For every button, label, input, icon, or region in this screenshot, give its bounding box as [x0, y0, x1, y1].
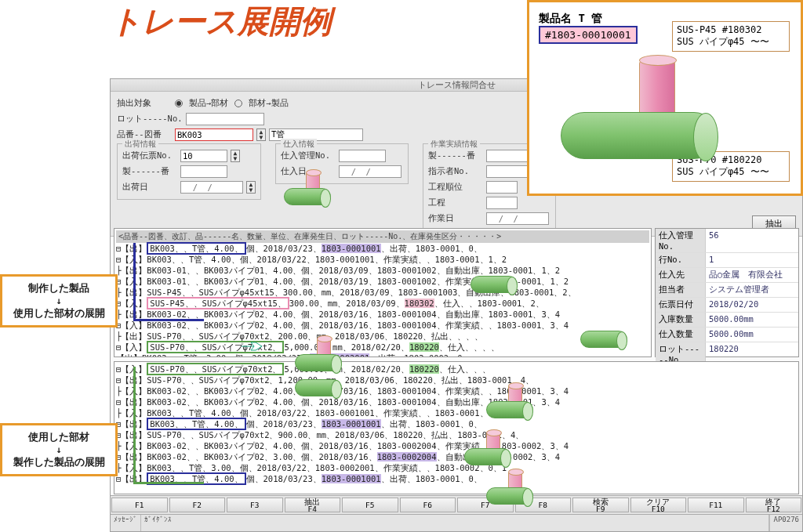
- label-shiire-kanri: 仕入管理No.: [281, 150, 336, 161]
- callout-text: 制作した製品: [10, 281, 107, 295]
- tree-row[interactable]: 【出】BK003、、T管、3.00、個、2018/03/23、1803-0002…: [116, 353, 649, 357]
- label-shiji: 指示者No.: [428, 166, 483, 177]
- tree-row[interactable]: ⊟【出】BK003、、T管、4.00、個、2018/03/23、1803-000…: [116, 418, 797, 429]
- status-guidance-label: ｶﾞｲﾀﾞﾝｽ: [141, 515, 769, 531]
- t-pipe-icon: [486, 384, 541, 423]
- window-title: トレース情報問合せ: [418, 80, 496, 90]
- info-val: システム管理者: [706, 283, 798, 297]
- input-hinban[interactable]: [175, 128, 253, 141]
- t-pipe-3d-icon: [561, 49, 718, 175]
- radio-product-to-material[interactable]: [175, 100, 183, 107]
- input-seiban2[interactable]: [486, 150, 533, 162]
- tree-row[interactable]: ⊟【出】BK003-02、、BK003パイプ02、4.00、個、2018/03/…: [116, 396, 797, 407]
- label-extract-target: 抽出対象: [117, 98, 172, 109]
- pipe-icon: [580, 313, 635, 353]
- f5-button[interactable]: F5: [342, 498, 398, 512]
- page-title: トレース展開例: [110, 0, 332, 43]
- callout-text: 使用した部材: [10, 430, 107, 444]
- f10-clear-button[interactable]: クリアF10: [630, 498, 687, 512]
- product-lot-label: #1803-00010001: [539, 26, 638, 44]
- info-key: 仕入数量: [656, 328, 706, 342]
- label-seiban2: 製------番: [428, 150, 483, 161]
- detail-info-panel: 仕入管理No.56 行No.1 仕入先品○金属 有限会社 担当者システム管理者 …: [655, 228, 799, 357]
- label-seiban: 製------番: [122, 166, 177, 177]
- radio-label: 部材→製品: [249, 98, 288, 109]
- pipe-icon: [295, 362, 350, 401]
- input-shukka-date[interactable]: [180, 181, 243, 194]
- callout-line: SUS パイプφ45 〜〜: [677, 35, 785, 49]
- callout-sus-p45: SUS-P45 #180302 SUS パイプφ45 〜〜: [672, 21, 790, 52]
- tree-row[interactable]: ⊟【出】BK003、、T管、4.00、個、2018/03/23、1803-000…: [116, 473, 797, 484]
- input-shiire-date[interactable]: [339, 165, 402, 178]
- info-val: 2018/02/20: [706, 298, 798, 312]
- tree-row[interactable]: ⊟【入】BK003-02、、BK003パイプ02、4.00、個、2018/03/…: [116, 320, 649, 331]
- group-title: 出荷情報: [122, 139, 158, 150]
- statusbar: ﾒｯｾｰｼﾞ ｶﾞｲﾀﾞﾝｽ AP0276: [111, 514, 802, 531]
- callout-text: 製作した製品の展開: [10, 455, 107, 469]
- callout-text: 使用した部材の展開: [10, 306, 107, 320]
- f11-button[interactable]: F11: [688, 498, 744, 512]
- info-val: 5000.00mm: [706, 328, 798, 342]
- callout-line: SUS-P45 #180302: [677, 24, 785, 35]
- label-lot-no: ロット-----No.: [117, 114, 183, 125]
- radio-label: 製品→部材: [189, 98, 228, 109]
- tree-row[interactable]: ⊟【入】SUS-P70、、SUSパイプφ70xt2、5,000.00、mm、20…: [116, 342, 649, 353]
- tree-row[interactable]: ⊟【入】SUS-P70、、SUSパイプφ70xt2、5,000.00、mm、20…: [116, 364, 797, 375]
- arrow-down-icon: ↓: [10, 444, 107, 455]
- radio-material-to-product[interactable]: [234, 100, 242, 107]
- tree-row[interactable]: ├【出】SUS-P70、、SUSパイプφ70xt2、200.00、mm、2018…: [116, 331, 649, 342]
- trace-arrow-green: [133, 367, 204, 484]
- input-kotei-jun[interactable]: [486, 181, 518, 194]
- tree-row[interactable]: ├【入】BK003、、T管、3.00、個、2018/03/22、1803-000…: [116, 462, 797, 473]
- trace-tree-lower[interactable]: ⊟【入】SUS-P70、、SUSパイプφ70xt2、5,000.00、mm、20…: [114, 361, 799, 494]
- radio-group-direction[interactable]: 製品→部材 部材→製品: [175, 98, 289, 109]
- product-diagram-panel: 製品名 T 管 #1803-00010001 SUS-P45 #180302 S…: [527, 0, 803, 196]
- stepper[interactable]: ▲▼: [246, 181, 256, 194]
- f3-button[interactable]: F3: [227, 498, 283, 512]
- label-ship-slip: 出荷伝票No.: [122, 150, 177, 161]
- f12-exit-button[interactable]: 終了F12: [746, 498, 802, 512]
- input-seiban[interactable]: [180, 165, 227, 178]
- group-title: 仕入情報: [281, 139, 317, 150]
- t-pipe-icon: [284, 171, 339, 210]
- info-val: 1: [706, 253, 798, 267]
- info-key: 入庫数量: [656, 313, 706, 327]
- f4-extract-button[interactable]: 抽出F4: [285, 498, 341, 512]
- function-key-bar: F1 F2 F3 抽出F4 F5 F6 F7 F8 検索F9 クリアF10 F1…: [111, 495, 802, 514]
- tree-row[interactable]: ⊟【出】SUS-P70、、SUSパイプφ70xt2、1,200.00、mm、20…: [116, 375, 797, 385]
- info-val: 56: [706, 229, 798, 252]
- input-shiire-kanri[interactable]: [339, 150, 386, 162]
- info-val: 5000.00mm: [706, 313, 798, 327]
- group-shipping-info: 出荷情報 出荷伝票No. ▲▼ 製------番 出荷日 ▲▼: [117, 143, 261, 200]
- t-pipe-icon: [464, 431, 519, 470]
- stepper[interactable]: ▲▼: [231, 150, 240, 162]
- info-key: 伝票日付: [656, 298, 706, 312]
- hinban-stepper[interactable]: ▲▼: [256, 128, 266, 141]
- trace-arrow-blue: [133, 243, 204, 321]
- tree-row[interactable]: ⊟【出】BK003-02、、BK003パイプ02、3.00、個、2018/03/…: [116, 451, 797, 462]
- tree-header: <品番--図番、改訂、品------名、数量、単位、在庫発生日、ロット-----…: [116, 230, 649, 243]
- group-title: 作業実績情報: [428, 139, 480, 150]
- input-lot-no[interactable]: [186, 113, 264, 125]
- f9-search-button[interactable]: 検索F9: [572, 498, 629, 512]
- status-message-label: ﾒｯｾｰｼﾞ: [111, 515, 141, 531]
- tree-row[interactable]: ├【入】BK003-02、、BK003パイプ02、4.00、個、2018/03/…: [116, 385, 797, 396]
- pointing-hand-icon: [240, 337, 263, 356]
- info-key: 仕入先: [656, 268, 706, 282]
- tree-row[interactable]: ├【入】BK003、、T管、4.00、個、2018/03/22、1803-000…: [116, 407, 797, 418]
- status-code: AP0276: [769, 515, 802, 531]
- input-sagyo-date[interactable]: [486, 212, 549, 225]
- f2-button[interactable]: F2: [169, 498, 226, 512]
- info-key: 行No.: [656, 253, 706, 267]
- f6-button[interactable]: F6: [400, 498, 456, 512]
- label-sagyo-date: 作業日: [428, 213, 483, 224]
- product-name-label: 製品名 T 管: [539, 12, 602, 26]
- info-key: 仕入管理No.: [656, 229, 706, 252]
- input-shiji[interactable]: [486, 165, 533, 178]
- tree-row[interactable]: ⊟【出】SUS-P70、、SUSパイプφ70xt2、900.00、mm、2018…: [116, 429, 797, 440]
- input-kotei[interactable]: [486, 197, 518, 209]
- callout-used-material: 使用した部材 ↓ 製作した製品の展開: [0, 423, 118, 476]
- input-ship-slip[interactable]: [180, 150, 227, 162]
- f1-button[interactable]: F1: [111, 498, 168, 512]
- tree-row[interactable]: ├【入】BK003-02、、BK003パイプ02、4.00、個、2018/03/…: [116, 440, 797, 451]
